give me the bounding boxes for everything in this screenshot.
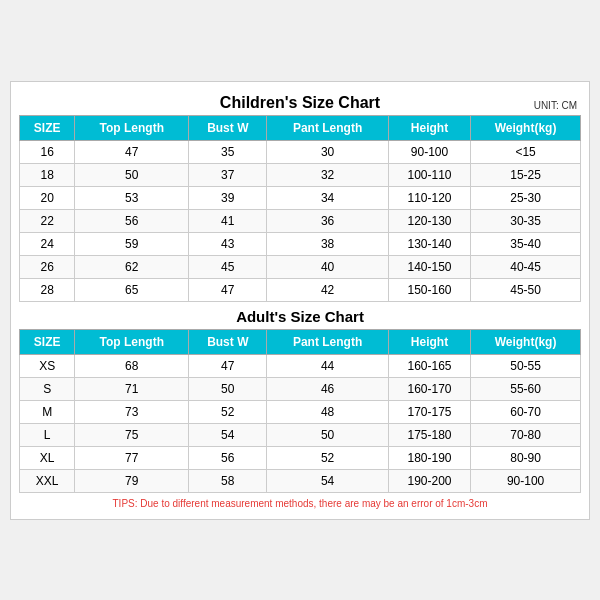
table-cell: 160-165 [388, 354, 470, 377]
table-cell: 120-130 [388, 209, 470, 232]
table-row: 18503732100-11015-25 [20, 163, 581, 186]
table-cell: 53 [75, 186, 189, 209]
table-cell: 22 [20, 209, 75, 232]
children-col-header: Weight(kg) [471, 115, 581, 140]
table-cell: 160-170 [388, 377, 470, 400]
table-cell: 28 [20, 278, 75, 301]
table-cell: 47 [75, 140, 189, 163]
table-cell: 60-70 [471, 400, 581, 423]
adults-col-header: Bust W [189, 329, 267, 354]
table-cell: 90-100 [388, 140, 470, 163]
table-cell: 40 [267, 255, 389, 278]
table-cell: 52 [267, 446, 389, 469]
table-cell: 25-30 [471, 186, 581, 209]
table-cell: 47 [189, 354, 267, 377]
table-cell: 56 [75, 209, 189, 232]
table-cell: 47 [189, 278, 267, 301]
table-row: 1647353090-100<15 [20, 140, 581, 163]
table-cell: 38 [267, 232, 389, 255]
table-cell: 16 [20, 140, 75, 163]
table-cell: 41 [189, 209, 267, 232]
table-cell: S [20, 377, 75, 400]
table-cell: 45 [189, 255, 267, 278]
table-row: L755450175-18070-80 [20, 423, 581, 446]
table-cell: 54 [189, 423, 267, 446]
table-cell: 26 [20, 255, 75, 278]
table-cell: 43 [189, 232, 267, 255]
table-cell: 79 [75, 469, 189, 492]
table-cell: 50 [267, 423, 389, 446]
children-col-header: Bust W [189, 115, 267, 140]
table-cell: 65 [75, 278, 189, 301]
chart-container: Children's Size Chart UNIT: CM SIZETop L… [10, 81, 590, 520]
adults-col-header: Top Length [75, 329, 189, 354]
adults-col-header: SIZE [20, 329, 75, 354]
table-cell: 52 [189, 400, 267, 423]
table-cell: 44 [267, 354, 389, 377]
table-cell: 62 [75, 255, 189, 278]
table-cell: M [20, 400, 75, 423]
table-cell: 20 [20, 186, 75, 209]
children-col-header: Top Length [75, 115, 189, 140]
adults-size-table: SIZETop LengthBust WPant LengthHeightWei… [19, 329, 581, 493]
table-row: M735248170-17560-70 [20, 400, 581, 423]
table-cell: 50-55 [471, 354, 581, 377]
table-row: S715046160-17055-60 [20, 377, 581, 400]
table-row: 22564136120-13030-35 [20, 209, 581, 232]
table-row: 24594338130-14035-40 [20, 232, 581, 255]
adults-col-header: Weight(kg) [471, 329, 581, 354]
tips-text: TIPS: Due to different measurement metho… [19, 493, 581, 511]
table-row: XL775652180-19080-90 [20, 446, 581, 469]
adults-title: Adult's Size Chart [19, 302, 581, 329]
table-cell: 110-120 [388, 186, 470, 209]
table-cell: 71 [75, 377, 189, 400]
table-cell: 73 [75, 400, 189, 423]
table-cell: 140-150 [388, 255, 470, 278]
table-cell: 175-180 [388, 423, 470, 446]
table-cell: 90-100 [471, 469, 581, 492]
table-row: XXL795854190-20090-100 [20, 469, 581, 492]
children-col-header: Pant Length [267, 115, 389, 140]
table-cell: 59 [75, 232, 189, 255]
children-col-header: Height [388, 115, 470, 140]
table-cell: 37 [189, 163, 267, 186]
children-size-table: SIZETop LengthBust WPant LengthHeightWei… [19, 115, 581, 302]
children-col-header: SIZE [20, 115, 75, 140]
table-cell: 36 [267, 209, 389, 232]
table-cell: 190-200 [388, 469, 470, 492]
adults-col-header: Height [388, 329, 470, 354]
table-cell: 50 [189, 377, 267, 400]
table-cell: <15 [471, 140, 581, 163]
adults-col-header: Pant Length [267, 329, 389, 354]
table-cell: 32 [267, 163, 389, 186]
table-cell: 35 [189, 140, 267, 163]
table-cell: 55-60 [471, 377, 581, 400]
table-row: 28654742150-16045-50 [20, 278, 581, 301]
table-row: 20533934110-12025-30 [20, 186, 581, 209]
table-row: XS684744160-16550-55 [20, 354, 581, 377]
table-cell: 100-110 [388, 163, 470, 186]
table-cell: XS [20, 354, 75, 377]
table-cell: 18 [20, 163, 75, 186]
table-cell: 68 [75, 354, 189, 377]
table-cell: 75 [75, 423, 189, 446]
table-cell: XXL [20, 469, 75, 492]
table-row: 26624540140-15040-45 [20, 255, 581, 278]
table-cell: L [20, 423, 75, 446]
table-cell: 24 [20, 232, 75, 255]
table-cell: 54 [267, 469, 389, 492]
table-cell: 70-80 [471, 423, 581, 446]
table-cell: 30 [267, 140, 389, 163]
table-cell: 34 [267, 186, 389, 209]
table-cell: 170-175 [388, 400, 470, 423]
table-cell: 39 [189, 186, 267, 209]
table-cell: XL [20, 446, 75, 469]
table-cell: 40-45 [471, 255, 581, 278]
table-cell: 46 [267, 377, 389, 400]
table-cell: 58 [189, 469, 267, 492]
table-cell: 15-25 [471, 163, 581, 186]
table-cell: 150-160 [388, 278, 470, 301]
table-cell: 30-35 [471, 209, 581, 232]
table-cell: 50 [75, 163, 189, 186]
table-cell: 48 [267, 400, 389, 423]
